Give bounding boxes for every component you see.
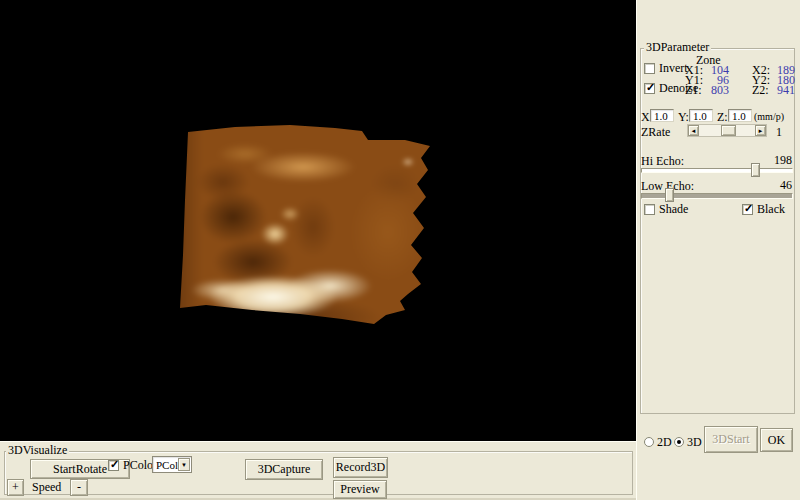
check-icon: ✓ [646, 82, 655, 93]
hi-echo-slider-track[interactable] [641, 168, 793, 173]
low-echo-value: 46 [767, 179, 792, 191]
scroll-left-icon[interactable]: ◄ [688, 125, 699, 136]
scale-z-input[interactable] [728, 109, 752, 122]
zone-z1-label: Z1: [685, 84, 702, 96]
preview-button[interactable]: Preview [333, 480, 387, 499]
scale-unit-label: (mm/p) [754, 111, 784, 123]
capture-3d-button[interactable]: 3DCapture [245, 459, 323, 480]
speed-plus-button[interactable]: + [7, 479, 24, 496]
shade-checkbox[interactable] [644, 204, 655, 215]
parameter-group-title: 3DParameter [644, 41, 711, 53]
hi-echo-slider-thumb[interactable] [751, 163, 760, 177]
mode-2d-radio[interactable] [644, 437, 654, 447]
check-icon: ✓ [110, 459, 119, 470]
visualize-group-title: 3DVisualize [6, 444, 69, 456]
zone-z1-value: 803 [701, 84, 729, 96]
speed-label: Speed [32, 481, 61, 493]
zrate-scrollbar-thumb[interactable] [721, 125, 736, 136]
black-checkbox[interactable]: ✓ [742, 204, 753, 215]
parameter-panel: 3DParameter Invert ✓ Denoise Zone X1: 10… [636, 0, 800, 500]
mode-3d-radio[interactable] [674, 437, 684, 447]
app-window: { "right_panel": { "group_label": "3DPar… [0, 0, 800, 500]
scroll-right-icon[interactable]: ► [755, 125, 766, 136]
mode-3d-label: 3D [687, 436, 702, 448]
visualize-panel: 3DVisualize StartRotate + Speed - ✓ PCol… [0, 441, 636, 500]
shade-label: Shade [659, 203, 688, 215]
start-3d-button[interactable]: 3DStart [704, 426, 758, 453]
ok-button[interactable]: OK [760, 428, 793, 452]
parameter-groupbox [640, 48, 795, 414]
radio-dot-icon [677, 440, 681, 444]
scale-y-label: Y: [678, 111, 689, 123]
hi-echo-label: Hi Echo: [641, 155, 684, 167]
ultrasound-texture [170, 114, 442, 336]
scale-x-input[interactable] [650, 109, 674, 122]
scale-y-input[interactable] [689, 109, 713, 122]
invert-checkbox[interactable] [644, 63, 655, 74]
invert-label: Invert [659, 62, 688, 74]
hi-echo-value: 198 [767, 154, 792, 166]
zrate-value: 1 [776, 126, 782, 138]
black-label: Black [757, 203, 785, 215]
chevron-down-icon[interactable]: ▼ [178, 458, 190, 471]
render-viewport[interactable] [0, 0, 636, 441]
ultrasound-volume-render[interactable] [178, 122, 434, 328]
check-icon: ✓ [744, 203, 753, 214]
low-echo-slider-thumb[interactable] [665, 188, 674, 202]
zone-z2-label: Z2: [752, 84, 769, 96]
zone-z2-value: 941 [768, 84, 795, 96]
scale-z-label: Z: [717, 111, 728, 123]
pcolor-dropdown[interactable]: PColor ▼ [152, 456, 192, 473]
speed-minus-button[interactable]: - [70, 479, 88, 496]
zrate-scrollbar[interactable]: ◄ ► [687, 124, 767, 137]
pcolor-checkbox[interactable]: ✓ [108, 460, 119, 471]
mode-2d-label: 2D [657, 436, 672, 448]
low-echo-slider-track[interactable] [641, 193, 793, 199]
denoise-checkbox[interactable]: ✓ [644, 83, 655, 94]
zrate-label: ZRate [641, 126, 670, 138]
record-3d-button[interactable]: Record3D [333, 457, 388, 478]
